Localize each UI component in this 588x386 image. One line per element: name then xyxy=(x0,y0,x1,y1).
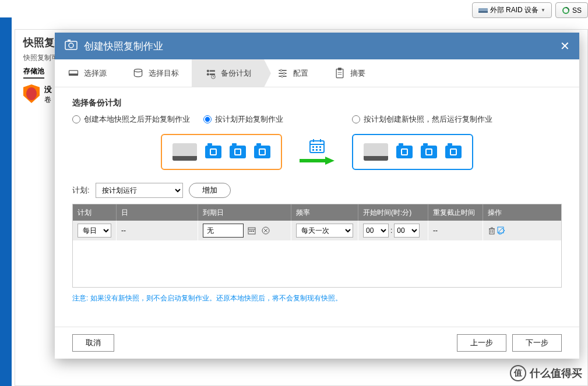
th-plan: 计划 xyxy=(73,204,117,221)
close-icon[interactable]: ✕ xyxy=(560,39,570,53)
svg-point-19 xyxy=(281,75,283,77)
th-frequency: 频率 xyxy=(291,204,358,221)
svg-point-17 xyxy=(283,72,285,74)
watermark: 值 什么值得买 xyxy=(510,365,582,381)
row-hour-select[interactable]: 00 xyxy=(363,224,389,238)
dialog-title: 创建快照复制作业 xyxy=(84,40,560,53)
cancel-button[interactable]: 取消 xyxy=(72,334,114,352)
svg-rect-20 xyxy=(336,69,343,77)
svg-rect-38 xyxy=(253,231,254,232)
th-start-time: 开始时间(时:分) xyxy=(358,204,428,221)
svg-rect-29 xyxy=(312,149,314,151)
step-backup-plan[interactable]: 备份计划 xyxy=(192,59,264,87)
step-target[interactable]: 选择目标 xyxy=(119,59,192,87)
svg-rect-42 xyxy=(490,229,494,234)
step-summary[interactable]: 摘要 xyxy=(321,59,378,87)
svg-point-9 xyxy=(207,70,209,72)
next-button[interactable]: 下一步 xyxy=(512,334,562,352)
drive-icon xyxy=(364,143,388,161)
external-raid-button[interactable]: 外部 RAID 设备 ▼ xyxy=(472,2,552,18)
svg-rect-5 xyxy=(68,40,71,41)
diagram-destination xyxy=(352,134,473,170)
row-repeat-until: -- xyxy=(428,221,483,240)
svg-rect-37 xyxy=(251,231,252,232)
warn-line1: 没 xyxy=(44,84,52,95)
clear-icon[interactable] xyxy=(260,225,272,236)
svg-rect-1 xyxy=(478,11,488,13)
svg-rect-21 xyxy=(339,68,341,69)
svg-rect-26 xyxy=(312,146,314,148)
svg-rect-12 xyxy=(210,73,214,75)
row-frequency-select[interactable]: 每天一次 xyxy=(296,224,353,238)
svg-rect-31 xyxy=(319,149,321,151)
snapshot-icon xyxy=(205,146,221,158)
create-snapshot-replication-dialog: 创建快照复制作业 ✕ 选择源 选择目标 备份计划 配置 摘要 选择备份计划 创建… xyxy=(55,33,579,359)
edit-icon[interactable] xyxy=(497,225,505,236)
svg-point-11 xyxy=(207,73,209,75)
plan-label: 计划: xyxy=(72,185,90,196)
chevron-down-icon: ▼ xyxy=(541,8,545,13)
svg-rect-28 xyxy=(319,146,321,148)
row-plan-select[interactable]: 每日 xyxy=(78,224,111,238)
row-day: -- xyxy=(117,221,198,240)
snapshot-icon xyxy=(396,146,413,158)
plan-diagram xyxy=(72,134,562,170)
radio-new-snapshot-then-run[interactable]: 按计划创建新快照，然后运行复制作业 xyxy=(352,114,562,125)
row-minute-select[interactable]: 00 xyxy=(394,224,420,238)
snapshot-icon xyxy=(254,146,270,158)
calendar-icon xyxy=(309,139,325,153)
snapshot-icon xyxy=(445,146,462,158)
th-repeat-until: 重复截止时间 xyxy=(428,204,483,221)
calendar-picker-icon[interactable] xyxy=(246,225,258,236)
schedule-table: 计划 日 到期日 频率 开始时间(时:分) 重复截止时间 操作 每日 -- 每天… xyxy=(72,204,562,288)
delete-icon[interactable] xyxy=(488,225,496,236)
drive-icon xyxy=(172,143,197,161)
step-source[interactable]: 选择源 xyxy=(55,59,119,87)
radio-after-local-snapshot[interactable]: 创建本地快照之后开始复制作业 xyxy=(72,114,203,125)
svg-rect-10 xyxy=(210,70,214,72)
arrow-right-icon xyxy=(300,157,335,165)
plan-mode-select[interactable]: 按计划运行 xyxy=(96,183,183,198)
table-row: 每日 -- 每天一次 00 : 00 -- xyxy=(73,221,561,240)
svg-rect-3 xyxy=(65,41,77,49)
external-raid-label: 外部 RAID 设备 xyxy=(490,5,538,15)
ss-button[interactable]: SS xyxy=(555,2,588,18)
ss-label: SS xyxy=(572,6,582,15)
radio-by-schedule[interactable]: 按计划开始复制作业 xyxy=(203,114,352,125)
svg-point-4 xyxy=(69,43,73,48)
svg-rect-30 xyxy=(316,149,318,151)
svg-point-15 xyxy=(280,69,282,71)
snapshot-icon xyxy=(421,146,437,158)
prev-button[interactable]: 上一步 xyxy=(457,334,506,352)
note-text: 注意: 如果没有新快照，则不会启动复制作业。还原本地快照后，将不会复制现有快照。 xyxy=(72,293,562,303)
warn-line2: 卷 xyxy=(44,95,52,105)
row-expire-input[interactable] xyxy=(203,224,244,238)
shield-warn-icon xyxy=(23,84,40,103)
watermark-badge: 值 xyxy=(510,365,526,381)
add-button[interactable]: 增加 xyxy=(189,183,231,198)
snapshot-icon xyxy=(230,146,246,158)
wizard-steps: 选择源 选择目标 备份计划 配置 摘要 xyxy=(55,59,579,87)
svg-rect-36 xyxy=(249,231,251,232)
th-day: 日 xyxy=(117,204,198,221)
tab-storage-pool[interactable]: 存储池 xyxy=(23,65,44,79)
section-title: 选择备份计划 xyxy=(72,98,562,108)
diagram-source xyxy=(161,134,282,170)
snapshot-icon xyxy=(64,39,78,53)
svg-rect-27 xyxy=(316,146,318,148)
svg-rect-7 xyxy=(69,73,78,75)
th-actions: 操作 xyxy=(483,204,509,221)
th-expire: 到期日 xyxy=(198,204,291,221)
svg-point-8 xyxy=(134,69,142,72)
step-config[interactable]: 配置 xyxy=(264,59,321,87)
watermark-text: 什么值得买 xyxy=(530,366,582,380)
